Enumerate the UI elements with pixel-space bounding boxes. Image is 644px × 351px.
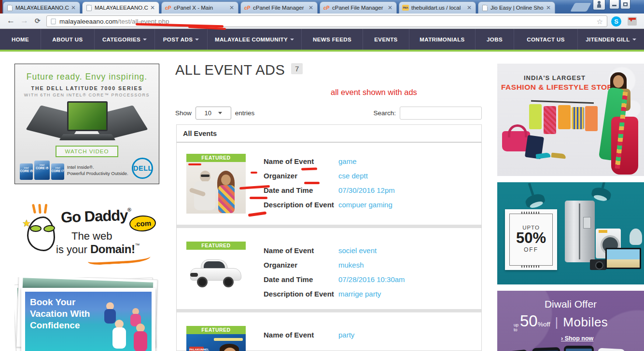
nav-events[interactable]: EVENTS — [363, 29, 409, 50]
event-description: compuer gaming — [338, 201, 392, 211]
tab-cpanel-filemanager-1[interactable]: cP cPanel File Manager ✕ — [240, 1, 318, 14]
tab-title: Jio Easy | Online Sho — [490, 5, 545, 11]
event-photo-poster: PALAKUNNEL — [186, 334, 246, 351]
address-bar[interactable]: malayaleeaano.com/test/all-event.php ☆ — [46, 15, 607, 27]
field-label: Name of Event — [264, 331, 338, 341]
tab-strip: MALAYALEEAANO.C ✕ MALAYALEEAANO.C ✕ cP c… — [0, 0, 644, 14]
site-navbar: HOME ABOUT US CATEGORIES POST ADS MALAYA… — [0, 29, 644, 52]
new-tab-button[interactable] — [570, 3, 591, 12]
intel-badges: intelCORE i5 intelCORE i5 intelCORE i7 — [20, 161, 64, 180]
tab-title: cPanel File Manager — [253, 5, 308, 11]
chevron-down-icon — [143, 39, 147, 40]
clothes-rail — [531, 100, 594, 104]
event-name-link[interactable]: sociel event — [338, 246, 377, 257]
bookmark-star-icon[interactable]: ☆ — [597, 17, 603, 26]
godaddy-com-badge: .com — [129, 215, 156, 232]
forward-button[interactable]: → — [20, 16, 28, 26]
nav-malayalee-community[interactable]: MALAYALEE COMMUNITY — [208, 29, 302, 50]
nav-user-jitender-gill[interactable]: JITENDER GILL — [578, 29, 644, 50]
event-row[interactable]: FEATURED PALAKUNNEL Name of Eventparty — [177, 309, 481, 351]
dell-laptops-image — [15, 100, 159, 145]
nav-categories[interactable]: CATEGORIES — [95, 29, 155, 50]
profile-button[interactable] — [593, 0, 605, 10]
event-photo-car — [186, 250, 246, 301]
featured-badge: FEATURED — [186, 326, 246, 334]
browser-window: MALAYALEEAANO.C ✕ MALAYALEEAANO.C ✕ cP c… — [0, 0, 644, 351]
field-label: Name of Event — [264, 246, 338, 257]
vacation-banner-ad[interactable]: Book Your Vacation With Confidence — [14, 277, 159, 351]
page-content: Future ready. Envy inspiring. THE DELL L… — [0, 52, 644, 351]
watch-video-button[interactable]: WATCH VIDEO — [56, 146, 119, 157]
maximize-button[interactable] — [620, 0, 630, 9]
search-input[interactable] — [400, 107, 482, 120]
phones-image — [502, 346, 639, 351]
event-row[interactable]: FEATURED Name of Eventsociel event Organ… — [177, 225, 481, 309]
discount-card: UPTO 50% OFF — [505, 209, 557, 270]
tab-close-icon[interactable]: ✕ — [545, 4, 552, 11]
tv-image — [605, 248, 641, 269]
tab-phpmyadmin[interactable]: PMA thebuildart.us / local ✕ — [399, 1, 476, 14]
event-name-link[interactable]: party — [338, 331, 354, 341]
intel-tagline: Intel Inside®.Powerful Productivity Outs… — [67, 164, 128, 177]
event-image[interactable]: FEATURED — [186, 154, 246, 214]
maximize-icon — [623, 2, 628, 6]
tab-close-icon[interactable]: ✕ — [70, 4, 77, 11]
page-size-select[interactable]: 10 — [196, 107, 231, 120]
main-column: ALL EVENT ADS 7 all event shown with ads… — [175, 52, 483, 351]
event-row[interactable]: FEATURED Name of Eventgame Organizercse … — [177, 143, 481, 225]
page-favicon-icon — [6, 4, 13, 11]
nav-jobs[interactable]: JOBS — [476, 29, 514, 50]
tab-title: cPanel X - Main — [174, 5, 228, 11]
spotlight-icon — [591, 186, 612, 201]
tab-cpanel-filemanager-2[interactable]: cP cPanel File Manager ✕ — [320, 1, 397, 14]
tab-malayaleeaano-1[interactable]: MALAYALEEAANO.C ✕ — [3, 1, 80, 14]
marker-stroke — [251, 172, 257, 174]
shop-now-link[interactable]: › Shop now — [561, 335, 593, 342]
godaddy-tagline1: The web — [71, 230, 112, 243]
nav-home[interactable]: HOME — [0, 29, 41, 50]
refresh-button[interactable]: ⟳ — [35, 17, 41, 25]
marker-stroke — [250, 197, 267, 199]
tab-close-icon[interactable]: ✕ — [466, 4, 473, 11]
event-datetime: 07/30/2016 12pm — [338, 186, 395, 197]
godaddy-banner-ad[interactable]: ★ Go Daddy® .com The web is your Domain!… — [14, 190, 159, 271]
page-title: ALL EVENT ADS — [175, 62, 285, 78]
tab-cpanel-main[interactable]: cP cPanel X - Main ✕ — [161, 1, 238, 14]
field-label: Date and Time — [264, 186, 338, 197]
show-label: Show — [175, 109, 192, 117]
event-image[interactable]: FEATURED PALAKUNNEL — [186, 326, 246, 351]
tab-close-icon[interactable]: ✕ — [387, 4, 393, 11]
appliances-sale-ad[interactable]: UPTO 50% OFF — [497, 182, 644, 284]
dell-banner-ad[interactable]: Future ready. Envy inspiring. THE DELL L… — [14, 64, 159, 184]
tab-malayaleeaano-2-active[interactable]: MALAYALEEAANO.C ✕ — [82, 1, 159, 14]
dell-headline: Future ready. Envy inspiring. — [15, 72, 159, 82]
skype-extension-icon[interactable]: S — [611, 16, 621, 27]
back-button[interactable]: ← — [7, 16, 15, 26]
featured-badge: FEATURED — [186, 242, 246, 250]
search-label: Search: — [373, 109, 396, 117]
tab-close-icon[interactable]: ✕ — [308, 4, 314, 11]
event-image[interactable]: FEATURED — [186, 242, 246, 301]
event-name-link[interactable]: game — [338, 157, 357, 168]
tab-close-icon[interactable]: ✕ — [228, 4, 235, 11]
cpanel-favicon-icon: cP — [165, 4, 171, 11]
nav-contact-us[interactable]: CONTACT US — [514, 29, 578, 50]
nav-about-us[interactable]: ABOUT US — [41, 29, 95, 50]
tab-title: MALAYALEEAANO.C — [15, 5, 70, 11]
nav-news-feeds[interactable]: NEWS FEEDS — [302, 29, 363, 50]
tab-title: cPanel File Manager — [332, 5, 387, 11]
godaddy-tagline2: is your Domain!™ — [56, 243, 140, 256]
person-icon — [597, 4, 601, 8]
minimize-button[interactable] — [609, 0, 619, 9]
tab-close-icon[interactable]: ✕ — [149, 4, 156, 11]
tab-jio-easy[interactable]: Jio Easy | Online Sho ✕ — [478, 1, 555, 14]
orange-swoosh — [88, 256, 151, 266]
pdf-extension-icon[interactable] — [628, 17, 637, 26]
fashion-store-ad[interactable]: INDIA'S LARGEST FASHION & LIFESTYLE STOR… — [497, 64, 644, 176]
nav-matrimonials[interactable]: MATRIMONIALS — [409, 29, 476, 50]
table-header-all-events: All Events — [177, 125, 481, 143]
field-label: Organizer — [264, 261, 338, 271]
event-photo-people — [186, 162, 246, 214]
nav-post-ads[interactable]: POST ADS — [155, 29, 208, 50]
diwali-mobiles-ad[interactable]: Diwali Offer upto 50 %off | Mobiles › Sh… — [497, 291, 644, 351]
